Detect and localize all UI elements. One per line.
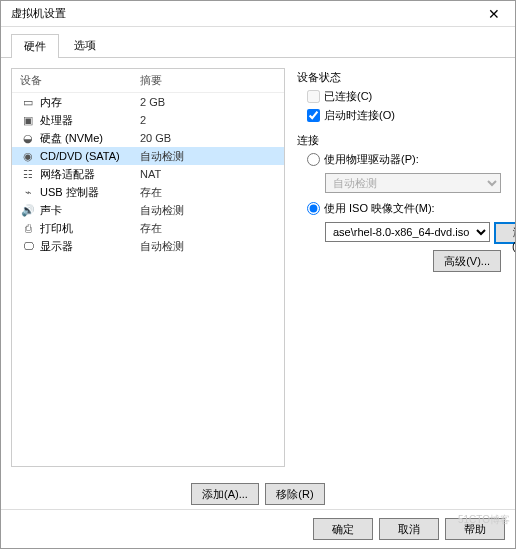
titlebar: 虚拟机设置 ✕ (1, 1, 515, 27)
hardware-summary: 自动检测 (140, 203, 276, 218)
hardware-summary: 自动检测 (140, 149, 276, 164)
hardware-icon: 🖵 (20, 240, 36, 252)
hardware-name: CD/DVD (SATA) (40, 150, 120, 162)
header-device: 设备 (20, 73, 140, 88)
hardware-icon: ⎙ (20, 222, 36, 234)
hardware-summary: 2 (140, 114, 276, 126)
hardware-list[interactable]: ▭内存2 GB▣处理器2◒硬盘 (NVMe)20 GB◉CD/DVD (SATA… (12, 93, 284, 466)
hardware-summary: 存在 (140, 221, 276, 236)
hardware-icon: 🔊 (20, 204, 36, 217)
hardware-name: 打印机 (40, 221, 73, 236)
device-status-label: 设备状态 (297, 70, 501, 85)
hardware-name: USB 控制器 (40, 185, 99, 200)
hardware-icon: ☷ (20, 168, 36, 181)
iso-radio[interactable] (307, 202, 320, 215)
add-button[interactable]: 添加(A)... (191, 483, 259, 505)
hardware-device-cell: 🖵显示器 (20, 239, 140, 254)
connection-group: 连接 使用物理驱动器(P): 自动检测 使用 ISO 映像文件(M): (297, 133, 501, 272)
connected-checkbox-row[interactable]: 已连接(C) (307, 89, 501, 104)
connected-checkbox (307, 90, 320, 103)
tab-strip: 硬件 选项 (1, 27, 515, 58)
hardware-summary: 20 GB (140, 132, 276, 144)
ok-button[interactable]: 确定 (313, 518, 373, 540)
device-detail-panel: 设备状态 已连接(C) 启动时连接(O) 连接 (293, 68, 505, 467)
tab-options[interactable]: 选项 (61, 33, 109, 57)
connect-at-power-checkbox[interactable] (307, 109, 320, 122)
physical-drive-label: 使用物理驱动器(P): (324, 152, 419, 167)
hardware-device-cell: ⌁USB 控制器 (20, 185, 140, 200)
device-status-group: 设备状态 已连接(C) 启动时连接(O) (297, 70, 501, 123)
hardware-name: 声卡 (40, 203, 62, 218)
hardware-row[interactable]: ⎙打印机存在 (12, 219, 284, 237)
hardware-name: 网络适配器 (40, 167, 95, 182)
hardware-name: 内存 (40, 95, 62, 110)
hardware-device-cell: ☷网络适配器 (20, 167, 140, 182)
hardware-name: 处理器 (40, 113, 73, 128)
hardware-icon: ◒ (20, 132, 36, 145)
header-summary: 摘要 (140, 73, 276, 88)
tab-hardware[interactable]: 硬件 (11, 34, 59, 58)
dialog-title: 虚拟机设置 (11, 6, 66, 21)
hardware-row[interactable]: 🖵显示器自动检测 (12, 237, 284, 255)
hardware-row[interactable]: 🔊声卡自动检测 (12, 201, 284, 219)
hardware-icon: ▣ (20, 114, 36, 127)
hardware-icon: ◉ (20, 150, 36, 163)
iso-label: 使用 ISO 映像文件(M): (324, 201, 435, 216)
hardware-row[interactable]: ◉CD/DVD (SATA)自动检测 (12, 147, 284, 165)
hardware-icon: ⌁ (20, 186, 36, 199)
hardware-list-panel: 设备 摘要 ▭内存2 GB▣处理器2◒硬盘 (NVMe)20 GB◉CD/DVD… (11, 68, 285, 467)
hardware-device-cell: ◉CD/DVD (SATA) (20, 150, 140, 163)
iso-radio-row[interactable]: 使用 ISO 映像文件(M): (307, 201, 501, 216)
hardware-summary: 存在 (140, 185, 276, 200)
cancel-button[interactable]: 取消 (379, 518, 439, 540)
connect-at-power-label: 启动时连接(O) (324, 108, 395, 123)
hardware-row[interactable]: ▣处理器2 (12, 111, 284, 129)
physical-drive-select: 自动检测 (325, 173, 501, 193)
hardware-row[interactable]: ⌁USB 控制器存在 (12, 183, 284, 201)
connect-at-power-row[interactable]: 启动时连接(O) (307, 108, 501, 123)
connection-label: 连接 (297, 133, 501, 148)
hardware-device-cell: 🔊声卡 (20, 203, 140, 218)
hardware-row[interactable]: ▭内存2 GB (12, 93, 284, 111)
advanced-button[interactable]: 高级(V)... (433, 250, 501, 272)
iso-path-select[interactable]: ase\rhel-8.0-x86_64-dvd.iso (325, 222, 490, 242)
hardware-row[interactable]: ☷网络适配器NAT (12, 165, 284, 183)
hardware-icon: ▭ (20, 96, 36, 109)
physical-drive-radio[interactable] (307, 153, 320, 166)
close-button[interactable]: ✕ (479, 3, 509, 25)
hardware-summary: NAT (140, 168, 276, 180)
hardware-name: 显示器 (40, 239, 73, 254)
hardware-summary: 2 GB (140, 96, 276, 108)
connected-label: 已连接(C) (324, 89, 372, 104)
watermark: 51CTO博客 (458, 513, 510, 527)
content-area: 设备 摘要 ▭内存2 GB▣处理器2◒硬盘 (NVMe)20 GB◉CD/DVD… (1, 58, 515, 477)
close-icon: ✕ (488, 6, 500, 22)
hardware-device-cell: ⎙打印机 (20, 221, 140, 236)
browse-button[interactable]: 浏览(B)... (494, 222, 515, 244)
hardware-row[interactable]: ◒硬盘 (NVMe)20 GB (12, 129, 284, 147)
hardware-device-cell: ▭内存 (20, 95, 140, 110)
hardware-name: 硬盘 (NVMe) (40, 131, 103, 146)
dialog-footer: 确定 取消 帮助 (1, 509, 515, 548)
remove-button[interactable]: 移除(R) (265, 483, 325, 505)
hardware-summary: 自动检测 (140, 239, 276, 254)
physical-drive-radio-row[interactable]: 使用物理驱动器(P): (307, 152, 501, 167)
hardware-device-cell: ◒硬盘 (NVMe) (20, 131, 140, 146)
hardware-action-row: 添加(A)... 移除(R) (1, 477, 515, 509)
hardware-list-header: 设备 摘要 (12, 69, 284, 93)
hardware-device-cell: ▣处理器 (20, 113, 140, 128)
vm-settings-dialog: 虚拟机设置 ✕ 硬件 选项 设备 摘要 ▭内存2 GB▣处理器2◒硬盘 (NVM… (0, 0, 516, 549)
